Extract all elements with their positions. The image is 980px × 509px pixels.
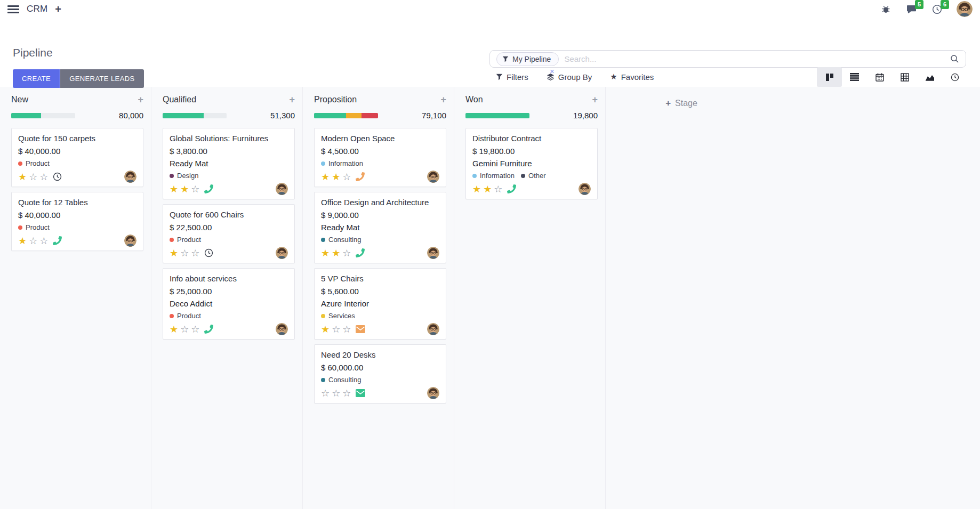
star-icon[interactable]: ☆ <box>29 172 37 182</box>
activity-phone-icon[interactable] <box>507 184 516 193</box>
activity-phone-icon[interactable] <box>53 236 62 245</box>
star-icon[interactable]: ☆ <box>39 236 48 246</box>
search-icon[interactable] <box>950 54 959 63</box>
progress-segment-green[interactable] <box>314 113 346 118</box>
salesperson-avatar[interactable] <box>124 235 136 247</box>
column-progressbar[interactable] <box>465 113 529 118</box>
star-icon[interactable]: ☆ <box>29 236 37 246</box>
star-icon[interactable]: ☆ <box>342 325 351 334</box>
view-calendar-icon[interactable] <box>867 67 892 87</box>
kanban-card[interactable]: Global Solutions: Furnitures$ 3,800.00Re… <box>163 128 295 199</box>
kanban-card[interactable]: Office Design and Architecture$ 9,000.00… <box>314 192 446 263</box>
salesperson-avatar[interactable] <box>276 323 288 335</box>
column-quick-add-icon[interactable]: + <box>138 95 143 104</box>
priority-stars[interactable]: ★☆☆ <box>170 325 199 334</box>
generate-leads-button[interactable]: GENERATE LEADS <box>60 69 143 88</box>
star-icon[interactable]: ★ <box>321 325 330 334</box>
priority-stars[interactable]: ★★☆ <box>321 248 351 258</box>
star-icon[interactable]: ☆ <box>191 248 199 258</box>
progress-segment-green[interactable] <box>465 113 529 118</box>
star-icon[interactable]: ★ <box>332 172 340 182</box>
kanban-card[interactable]: Info about services$ 25,000.00Deco Addic… <box>163 268 295 340</box>
search-input[interactable] <box>564 54 950 63</box>
search-facet-my-pipeline[interactable]: My Pipeline <box>496 52 559 66</box>
star-icon[interactable]: ☆ <box>332 389 340 398</box>
create-button[interactable]: CREATE <box>13 69 60 88</box>
activity-envelope-icon[interactable] <box>356 389 365 397</box>
apps-menu-icon[interactable] <box>7 5 19 13</box>
star-icon[interactable]: ☆ <box>321 389 330 398</box>
group-by-button[interactable]: Group By <box>547 72 592 82</box>
activity-phone-icon[interactable] <box>204 184 213 193</box>
priority-stars[interactable]: ★☆☆ <box>18 236 48 246</box>
progress-segment-green[interactable] <box>163 113 204 118</box>
kanban-card[interactable]: Quote for 150 carpets$ 40,000.00Product★… <box>11 128 143 187</box>
column-progressbar[interactable] <box>11 113 75 118</box>
activity-phone-icon[interactable] <box>356 172 365 181</box>
star-icon[interactable]: ★ <box>321 172 330 182</box>
star-icon[interactable]: ★ <box>472 184 481 194</box>
activity-clock-icon[interactable] <box>53 172 62 181</box>
view-graph-icon[interactable] <box>917 67 942 87</box>
star-icon[interactable]: ★ <box>170 325 178 334</box>
activity-phone-icon[interactable] <box>356 248 365 257</box>
add-stage-button[interactable]: + Stage <box>665 98 697 109</box>
user-avatar[interactable] <box>957 1 973 17</box>
star-icon[interactable]: ☆ <box>180 325 189 334</box>
salesperson-avatar[interactable] <box>427 387 439 399</box>
plus-tab-icon[interactable]: + <box>55 4 61 14</box>
star-icon[interactable]: ★ <box>483 184 492 194</box>
view-activity-icon[interactable] <box>942 67 967 87</box>
view-list-icon[interactable] <box>842 67 867 87</box>
salesperson-avatar[interactable] <box>427 323 439 335</box>
salesperson-avatar[interactable] <box>427 247 439 259</box>
star-icon[interactable]: ☆ <box>332 325 340 334</box>
priority-stars[interactable]: ★☆☆ <box>321 325 351 334</box>
star-icon[interactable]: ★ <box>18 236 27 246</box>
salesperson-avatar[interactable] <box>276 183 288 195</box>
star-icon[interactable]: ★ <box>321 248 330 258</box>
star-icon[interactable]: ★ <box>180 184 189 194</box>
app-title[interactable]: CRM <box>27 4 47 14</box>
salesperson-avatar[interactable] <box>579 183 591 195</box>
activity-phone-icon[interactable] <box>204 325 213 334</box>
star-icon[interactable]: ☆ <box>191 184 199 194</box>
kanban-card[interactable]: Need 20 Desks$ 60,000.00Consulting☆☆☆ <box>314 344 446 403</box>
activities-clock-icon[interactable]: 6 <box>931 3 943 15</box>
search-bar[interactable]: My Pipeline × <box>489 50 966 68</box>
view-pivot-icon[interactable] <box>892 67 917 87</box>
kanban-card[interactable]: Quote for 600 Chairs$ 22,500.00Product★☆… <box>163 204 295 263</box>
star-icon[interactable]: ★ <box>18 172 27 182</box>
priority-stars[interactable]: ★★☆ <box>472 184 502 194</box>
priority-stars[interactable]: ★★☆ <box>321 172 351 182</box>
priority-stars[interactable]: ★☆☆ <box>18 172 48 182</box>
salesperson-avatar[interactable] <box>124 171 136 183</box>
star-icon[interactable]: ☆ <box>342 248 351 258</box>
priority-stars[interactable]: ★★☆ <box>170 184 199 194</box>
bug-icon[interactable] <box>880 3 891 15</box>
star-icon[interactable]: ☆ <box>191 325 199 334</box>
column-quick-add-icon[interactable]: + <box>289 95 295 104</box>
salesperson-avatar[interactable] <box>276 247 288 259</box>
star-icon[interactable]: ★ <box>170 184 178 194</box>
progress-segment-orange[interactable] <box>346 113 362 118</box>
kanban-card[interactable]: 5 VP Chairs$ 5,600.00Azure InteriorServi… <box>314 268 446 340</box>
salesperson-avatar[interactable] <box>427 171 439 183</box>
star-icon[interactable]: ☆ <box>342 389 351 398</box>
column-progressbar[interactable] <box>314 113 378 118</box>
star-icon[interactable]: ★ <box>332 248 340 258</box>
filters-button[interactable]: Filters <box>496 72 528 82</box>
view-kanban-icon[interactable] <box>817 67 842 87</box>
column-quick-add-icon[interactable]: + <box>440 95 446 104</box>
star-icon[interactable]: ★ <box>170 248 178 258</box>
column-quick-add-icon[interactable]: + <box>592 95 598 104</box>
progress-segment-green[interactable] <box>11 113 41 118</box>
activity-clock-icon[interactable] <box>204 248 213 257</box>
kanban-card[interactable]: Distributor Contract$ 19,800.00Gemini Fu… <box>465 128 598 199</box>
messages-icon[interactable]: 5 <box>905 3 917 15</box>
priority-stars[interactable]: ★☆☆ <box>170 248 199 258</box>
kanban-card[interactable]: Modern Open Space$ 4,500.00Information★★… <box>314 128 446 187</box>
kanban-card[interactable]: Quote for 12 Tables$ 40,000.00Product★☆☆ <box>11 192 143 251</box>
star-icon[interactable]: ☆ <box>39 172 48 182</box>
favorites-button[interactable]: ★ Favorites <box>610 72 654 82</box>
